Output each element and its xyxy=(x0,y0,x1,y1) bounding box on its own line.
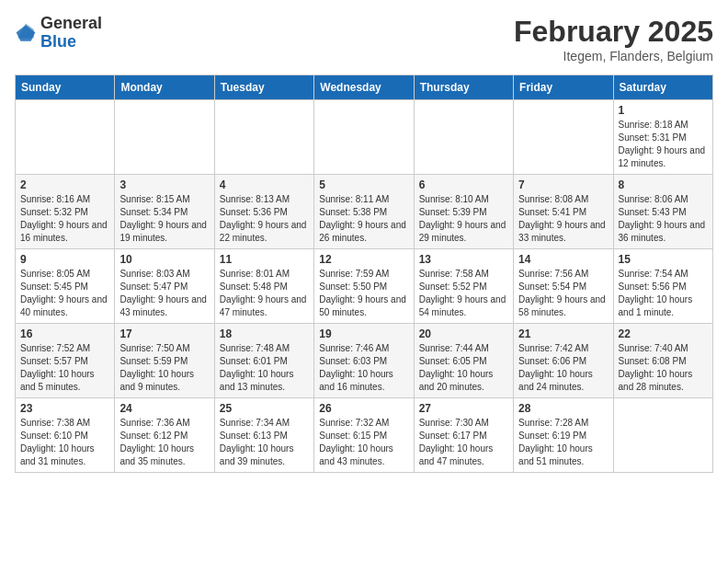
calendar-week-row: 16Sunrise: 7:52 AM Sunset: 5:57 PM Dayli… xyxy=(16,324,713,398)
calendar-cell: 1Sunrise: 8:18 AM Sunset: 5:31 PM Daylig… xyxy=(613,100,712,175)
logo-text: General Blue xyxy=(40,15,102,52)
day-info: Sunrise: 8:01 AM Sunset: 5:48 PM Dayligh… xyxy=(220,268,309,319)
day-info: Sunrise: 7:50 AM Sunset: 5:59 PM Dayligh… xyxy=(119,342,209,394)
day-info: Sunrise: 7:28 AM Sunset: 6:19 PM Dayligh… xyxy=(518,417,608,468)
day-number: 19 xyxy=(319,327,408,340)
calendar-cell: 13Sunrise: 7:58 AM Sunset: 5:52 PM Dayli… xyxy=(414,249,513,324)
day-info: Sunrise: 8:13 AM Sunset: 5:36 PM Dayligh… xyxy=(220,193,309,245)
day-info: Sunrise: 8:05 AM Sunset: 5:45 PM Dayligh… xyxy=(20,268,109,319)
calendar-cell: 7Sunrise: 8:08 AM Sunset: 5:41 PM Daylig… xyxy=(514,175,613,249)
day-number: 23 xyxy=(20,402,109,415)
calendar-cell: 18Sunrise: 7:48 AM Sunset: 6:01 PM Dayli… xyxy=(214,324,313,398)
day-number: 17 xyxy=(119,327,209,340)
calendar-cell: 26Sunrise: 7:32 AM Sunset: 6:15 PM Dayli… xyxy=(314,398,414,473)
day-number: 20 xyxy=(419,327,508,340)
logo-icon xyxy=(15,22,37,44)
day-number: 2 xyxy=(20,178,109,191)
day-number: 10 xyxy=(119,253,209,266)
day-info: Sunrise: 8:11 AM Sunset: 5:38 PM Dayligh… xyxy=(319,193,408,245)
day-number: 27 xyxy=(419,402,508,415)
day-info: Sunrise: 7:44 AM Sunset: 6:05 PM Dayligh… xyxy=(419,342,508,394)
day-info: Sunrise: 7:38 AM Sunset: 6:10 PM Dayligh… xyxy=(20,417,109,468)
day-header-saturday: Saturday xyxy=(613,75,712,100)
day-number: 11 xyxy=(220,253,309,266)
month-title: February 2025 xyxy=(514,15,713,49)
calendar-cell xyxy=(613,398,712,473)
day-number: 8 xyxy=(619,178,708,191)
title-block: February 2025 Itegem, Flanders, Belgium xyxy=(514,15,713,63)
calendar-cell: 16Sunrise: 7:52 AM Sunset: 5:57 PM Dayli… xyxy=(16,324,115,398)
day-info: Sunrise: 7:46 AM Sunset: 6:03 PM Dayligh… xyxy=(319,342,408,394)
calendar-cell xyxy=(314,100,414,175)
day-info: Sunrise: 7:36 AM Sunset: 6:12 PM Dayligh… xyxy=(119,417,209,468)
day-number: 26 xyxy=(319,402,408,415)
day-number: 28 xyxy=(518,402,608,415)
day-info: Sunrise: 7:56 AM Sunset: 5:54 PM Dayligh… xyxy=(518,268,608,319)
calendar-week-row: 23Sunrise: 7:38 AM Sunset: 6:10 PM Dayli… xyxy=(16,398,713,473)
calendar-cell: 17Sunrise: 7:50 AM Sunset: 5:59 PM Dayli… xyxy=(115,324,214,398)
page-header: General Blue February 2025 Itegem, Fland… xyxy=(15,15,713,63)
calendar-cell: 8Sunrise: 8:06 AM Sunset: 5:43 PM Daylig… xyxy=(613,175,712,249)
calendar-cell: 9Sunrise: 8:05 AM Sunset: 5:45 PM Daylig… xyxy=(16,249,115,324)
day-number: 14 xyxy=(518,253,608,266)
calendar-cell: 27Sunrise: 7:30 AM Sunset: 6:17 PM Dayli… xyxy=(414,398,513,473)
day-info: Sunrise: 7:59 AM Sunset: 5:50 PM Dayligh… xyxy=(319,268,408,319)
day-number: 3 xyxy=(119,178,209,191)
day-number: 24 xyxy=(119,402,209,415)
day-number: 12 xyxy=(319,253,408,266)
day-info: Sunrise: 8:06 AM Sunset: 5:43 PM Dayligh… xyxy=(619,193,708,245)
calendar-cell: 23Sunrise: 7:38 AM Sunset: 6:10 PM Dayli… xyxy=(16,398,115,473)
day-number: 7 xyxy=(518,178,608,191)
day-info: Sunrise: 7:52 AM Sunset: 5:57 PM Dayligh… xyxy=(20,342,109,394)
day-number: 15 xyxy=(619,253,708,266)
calendar-week-row: 9Sunrise: 8:05 AM Sunset: 5:45 PM Daylig… xyxy=(16,249,713,324)
day-info: Sunrise: 8:10 AM Sunset: 5:39 PM Dayligh… xyxy=(419,193,508,245)
day-info: Sunrise: 7:42 AM Sunset: 6:06 PM Dayligh… xyxy=(518,342,608,394)
calendar-table: SundayMondayTuesdayWednesdayThursdayFrid… xyxy=(15,75,713,473)
day-number: 16 xyxy=(20,327,109,340)
calendar-cell: 5Sunrise: 8:11 AM Sunset: 5:38 PM Daylig… xyxy=(314,175,414,249)
day-number: 9 xyxy=(20,253,109,266)
day-header-friday: Friday xyxy=(514,75,613,100)
calendar-cell: 6Sunrise: 8:10 AM Sunset: 5:39 PM Daylig… xyxy=(414,175,513,249)
day-info: Sunrise: 7:48 AM Sunset: 6:01 PM Dayligh… xyxy=(220,342,309,394)
calendar-cell: 25Sunrise: 7:34 AM Sunset: 6:13 PM Dayli… xyxy=(214,398,313,473)
day-info: Sunrise: 8:03 AM Sunset: 5:47 PM Dayligh… xyxy=(119,268,209,319)
calendar-cell xyxy=(16,100,115,175)
logo: General Blue xyxy=(15,15,102,52)
day-number: 5 xyxy=(319,178,408,191)
day-info: Sunrise: 7:58 AM Sunset: 5:52 PM Dayligh… xyxy=(419,268,508,319)
day-number: 1 xyxy=(619,104,708,117)
day-info: Sunrise: 7:32 AM Sunset: 6:15 PM Dayligh… xyxy=(319,417,408,468)
calendar-cell: 20Sunrise: 7:44 AM Sunset: 6:05 PM Dayli… xyxy=(414,324,513,398)
day-header-monday: Monday xyxy=(115,75,214,100)
day-number: 22 xyxy=(619,327,708,340)
location-subtitle: Itegem, Flanders, Belgium xyxy=(514,49,713,63)
calendar-week-row: 2Sunrise: 8:16 AM Sunset: 5:32 PM Daylig… xyxy=(16,175,713,249)
day-info: Sunrise: 7:34 AM Sunset: 6:13 PM Dayligh… xyxy=(220,417,309,468)
day-number: 6 xyxy=(419,178,508,191)
day-number: 18 xyxy=(220,327,309,340)
calendar-cell: 22Sunrise: 7:40 AM Sunset: 6:08 PM Dayli… xyxy=(613,324,712,398)
calendar-cell: 4Sunrise: 8:13 AM Sunset: 5:36 PM Daylig… xyxy=(214,175,313,249)
day-info: Sunrise: 8:08 AM Sunset: 5:41 PM Dayligh… xyxy=(518,193,608,245)
day-info: Sunrise: 7:54 AM Sunset: 5:56 PM Dayligh… xyxy=(619,268,708,319)
day-number: 25 xyxy=(220,402,309,415)
day-number: 4 xyxy=(220,178,309,191)
day-info: Sunrise: 8:16 AM Sunset: 5:32 PM Dayligh… xyxy=(20,193,109,245)
calendar-cell xyxy=(115,100,214,175)
day-info: Sunrise: 7:40 AM Sunset: 6:08 PM Dayligh… xyxy=(619,342,708,394)
day-header-wednesday: Wednesday xyxy=(314,75,414,100)
calendar-header-row: SundayMondayTuesdayWednesdayThursdayFrid… xyxy=(16,75,713,100)
calendar-cell: 19Sunrise: 7:46 AM Sunset: 6:03 PM Dayli… xyxy=(314,324,414,398)
calendar-cell xyxy=(414,100,513,175)
day-info: Sunrise: 7:30 AM Sunset: 6:17 PM Dayligh… xyxy=(419,417,508,468)
calendar-cell: 3Sunrise: 8:15 AM Sunset: 5:34 PM Daylig… xyxy=(115,175,214,249)
calendar-cell: 14Sunrise: 7:56 AM Sunset: 5:54 PM Dayli… xyxy=(514,249,613,324)
day-number: 13 xyxy=(419,253,508,266)
calendar-cell xyxy=(514,100,613,175)
calendar-cell: 10Sunrise: 8:03 AM Sunset: 5:47 PM Dayli… xyxy=(115,249,214,324)
day-info: Sunrise: 8:15 AM Sunset: 5:34 PM Dayligh… xyxy=(119,193,209,245)
calendar-week-row: 1Sunrise: 8:18 AM Sunset: 5:31 PM Daylig… xyxy=(16,100,713,175)
calendar-cell: 2Sunrise: 8:16 AM Sunset: 5:32 PM Daylig… xyxy=(16,175,115,249)
